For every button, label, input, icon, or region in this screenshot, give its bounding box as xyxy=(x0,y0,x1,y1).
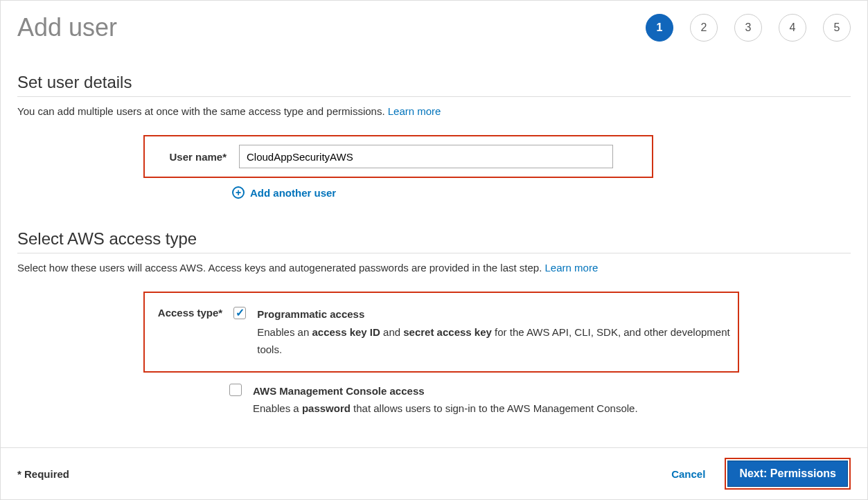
step-1[interactable]: 1 xyxy=(646,14,673,42)
step-2[interactable]: 2 xyxy=(690,14,718,42)
programmatic-access-text: Programmatic access Enables an access ke… xyxy=(257,305,731,359)
user-details-section: Set user details You can add multiple us… xyxy=(17,73,851,199)
username-highlight: User name* xyxy=(143,135,653,178)
access-type-section: Select AWS access type Select how these … xyxy=(17,229,851,422)
username-label: User name* xyxy=(152,151,227,163)
programmatic-access-option-title: Programmatic access xyxy=(257,308,364,320)
programmatic-access-checkbox[interactable] xyxy=(233,307,246,319)
next-permissions-button[interactable]: Next: Permissions xyxy=(727,461,848,487)
access-type-desc-text: Select how these users will access AWS. … xyxy=(17,262,545,274)
user-details-title: Set user details xyxy=(17,73,851,92)
console-access-text: AWS Management Console access Enables a … xyxy=(253,382,638,418)
divider xyxy=(17,253,851,253)
learn-more-link[interactable]: Learn more xyxy=(545,262,599,274)
wizard-stepper: 1 2 3 4 5 xyxy=(646,14,851,42)
next-button-highlight: Next: Permissions xyxy=(725,458,851,490)
plus-circle-icon: + xyxy=(232,186,245,199)
required-note: * Required xyxy=(17,468,69,480)
access-type-label: Access type* xyxy=(152,305,222,319)
add-another-user-label: Add another user xyxy=(250,187,336,199)
page-title: Add user xyxy=(17,13,117,42)
step-5[interactable]: 5 xyxy=(823,14,851,42)
user-details-desc-text: You can add multiple users at once with … xyxy=(17,105,388,117)
step-4[interactable]: 4 xyxy=(779,14,806,42)
divider xyxy=(17,96,851,97)
step-3[interactable]: 3 xyxy=(734,14,762,42)
access-type-description: Select how these users will access AWS. … xyxy=(17,262,851,274)
console-access-option-title: AWS Management Console access xyxy=(253,385,425,397)
programmatic-access-highlight: Access type* Programmatic access Enables… xyxy=(143,292,739,373)
footer-bar: * Required Cancel Next: Permissions xyxy=(1,447,867,499)
cancel-button[interactable]: Cancel xyxy=(671,468,705,480)
learn-more-link[interactable]: Learn more xyxy=(388,105,441,117)
access-type-title: Select AWS access type xyxy=(17,229,851,249)
username-input[interactable] xyxy=(239,145,613,168)
console-access-checkbox[interactable] xyxy=(229,384,242,396)
user-details-description: You can add multiple users at once with … xyxy=(17,105,851,117)
add-another-user-button[interactable]: + Add another user xyxy=(232,186,653,199)
